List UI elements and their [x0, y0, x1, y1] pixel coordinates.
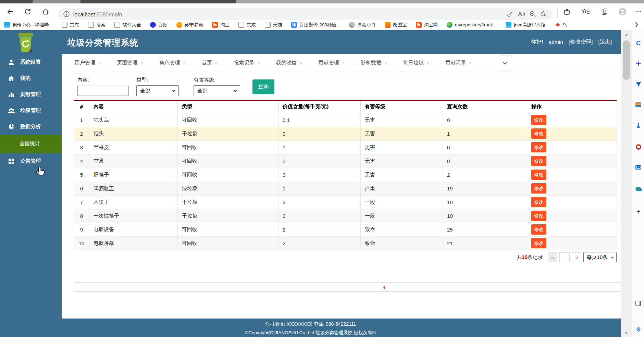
bookmark-item[interactable]: 天猫 [265, 22, 282, 28]
sidebar-item-数据分析[interactable]: 数据分析 [0, 118, 62, 135]
tab-overflow-chevron[interactable] [499, 55, 511, 71]
bookmark-item[interactable]: 京东 [62, 22, 79, 28]
url-text[interactable]: localhost:8080/main [73, 12, 122, 18]
sidebar-item-贡献管理[interactable]: 贡献管理 [0, 86, 62, 102]
bookmark-item[interactable]: 百度 [150, 22, 168, 28]
change-password-link[interactable]: [修改密码] [569, 38, 593, 46]
tab-close-icon[interactable]: × [469, 60, 472, 65]
games-icon[interactable] [634, 121, 643, 130]
table-row[interactable]: 7木筷子干垃圾3一般10修改 [74, 195, 617, 209]
profile-avatar[interactable] [617, 6, 628, 17]
office-icon[interactable] [634, 142, 643, 151]
more-menu-icon[interactable] [632, 6, 644, 17]
table-row[interactable]: 4苹果可回收2无害0修改 [74, 154, 617, 168]
bookmark-item[interactable]: 京东 [238, 22, 256, 28]
sidebar-item-垃圾管理[interactable]: 垃圾管理 [0, 102, 62, 118]
edit-button[interactable]: 修改 [531, 183, 546, 194]
tab-close-icon[interactable]: × [427, 60, 430, 65]
discover-icon[interactable] [634, 79, 643, 89]
table-row[interactable]: 3苹果皮可回收1无害0修改 [74, 140, 617, 154]
level-filter-select[interactable]: 全部 [194, 85, 240, 96]
edit-button[interactable]: 修改 [531, 170, 546, 180]
bookmark-item[interactable]: myrepository/trunk... [447, 22, 497, 28]
tab-close-icon[interactable]: × [141, 60, 144, 65]
tab-close-icon[interactable]: × [215, 60, 218, 65]
edit-button[interactable]: 修改 [531, 224, 546, 235]
content-filter-input[interactable] [77, 86, 129, 96]
bookmark-item[interactable]: 鸟 [555, 22, 568, 28]
bookmark-item[interactable]: 改图宝 [385, 22, 407, 28]
bookmark-item[interactable]: 搜索 [88, 22, 106, 28]
bookmark-item[interactable]: 苏宁易购 [176, 22, 203, 28]
page-button-page-4[interactable]: 4 [74, 282, 644, 292]
add-icon[interactable] [634, 207, 643, 216]
bookmark-item[interactable]: 洪湖小肖 [349, 22, 376, 28]
edit-button[interactable]: 修改 [531, 115, 546, 125]
edit-button[interactable]: 修改 [531, 142, 546, 152]
page-size-select[interactable]: 每页10条 [583, 252, 617, 262]
table-row[interactable]: 1独头蒜可回收0.1无害0修改 [74, 113, 617, 127]
browser-tab[interactable] [33, 0, 80, 3]
table-row[interactable]: 10电脑屏幕可回收2致命21修改 [74, 236, 617, 250]
drive-icon[interactable] [634, 184, 643, 194]
page-scrollbar[interactable]: ▲ ▼ [621, 30, 632, 337]
tab-页面管理[interactable]: 页面管理× [117, 60, 144, 66]
sidebar-item-我的[interactable]: 我的 [0, 70, 62, 86]
capture-icon[interactable] [634, 163, 643, 172]
copilot-icon[interactable] [634, 38, 643, 48]
tab-角色管理[interactable]: 角色管理× [159, 60, 186, 66]
scroll-down-icon[interactable]: ▼ [621, 328, 632, 337]
read-aloud-icon[interactable] [518, 11, 525, 19]
favorites-bar-icon[interactable] [580, 6, 592, 17]
table-row[interactable]: 9电脑设备可回收2致命25修改 [74, 223, 617, 236]
table-row[interactable]: 8一次性筷子干垃圾3一般10修改 [74, 209, 617, 223]
tab-每日垃圾[interactable]: 每日垃圾× [403, 60, 430, 66]
table-row[interactable]: 2烟头干垃圾0无害1修改 [74, 127, 617, 140]
collections-icon[interactable] [599, 6, 610, 17]
tab-我的收益[interactable]: 我的收益× [276, 60, 302, 66]
sidebar-item-系统设置[interactable]: 系统设置 [0, 54, 62, 70]
bookmark-item[interactable]: 创作中心 - 哔哩哔... [4, 22, 53, 28]
page-button-prev[interactable]: « [548, 252, 557, 262]
tab-close-icon[interactable]: × [257, 60, 260, 65]
tab-close-icon[interactable]: × [300, 60, 302, 65]
bookmark-item[interactable]: 淘淘宝网 [416, 22, 438, 28]
add-favorite-icon[interactable] [540, 11, 548, 19]
bookmark-item[interactable]: 软件大全 [114, 22, 141, 28]
edit-button[interactable]: 修改 [531, 211, 546, 221]
tab-close-icon[interactable]: × [98, 60, 101, 65]
refresh-icon[interactable] [22, 6, 34, 17]
edit-button[interactable]: 修改 [531, 238, 546, 248]
table-row[interactable]: 5旧筷子可回收3无害2修改 [74, 168, 617, 182]
search-button[interactable]: 查询 [252, 79, 274, 94]
extensions-icon[interactable] [561, 6, 573, 17]
panel-icon[interactable] [634, 299, 643, 308]
saved-password-icon[interactable] [507, 11, 513, 19]
bookmarks-overflow-icon[interactable]: ❯ [634, 22, 639, 27]
sparkle-icon[interactable] [634, 59, 643, 68]
tab-close-icon[interactable]: × [342, 60, 345, 65]
home-icon[interactable] [40, 6, 51, 17]
tab-close-icon[interactable]: × [183, 60, 186, 65]
logout-link[interactable]: [退出] [598, 38, 612, 46]
bookmark-item[interactable]: java高级程序猿 [506, 22, 545, 28]
sidebar-item-公告管理[interactable]: 公告管理 [0, 153, 62, 169]
tab-用户管理[interactable]: 用户管理× [75, 60, 101, 66]
bookmark-item[interactable]: 淘淘宝 [212, 22, 230, 28]
sidebar-item-全国统计[interactable]: 全国统计 [0, 135, 62, 153]
settings-icon[interactable] [634, 325, 643, 334]
table-row[interactable]: 6啤酒瓶盖湿垃圾1严重19修改 [74, 182, 617, 195]
edit-button[interactable]: 修改 [531, 197, 546, 207]
scroll-up-icon[interactable]: ▲ [621, 30, 632, 39]
tab-贡献管理[interactable]: 贡献管理× [319, 60, 345, 66]
site-info-icon[interactable] [63, 11, 70, 19]
zoom-out-icon[interactable] [529, 11, 536, 19]
tab-随机数据[interactable]: 随机数据× [361, 60, 387, 66]
back-icon[interactable] [4, 6, 16, 17]
scrollbar-thumb[interactable] [623, 40, 630, 80]
edit-button[interactable]: 修改 [531, 128, 546, 139]
edit-button[interactable]: 修改 [531, 156, 546, 166]
tab-贡献记录[interactable]: 贡献记录× [445, 60, 472, 66]
tab-首页[interactable]: 首页× [202, 60, 218, 66]
page-button-next[interactable]: » [572, 252, 581, 262]
